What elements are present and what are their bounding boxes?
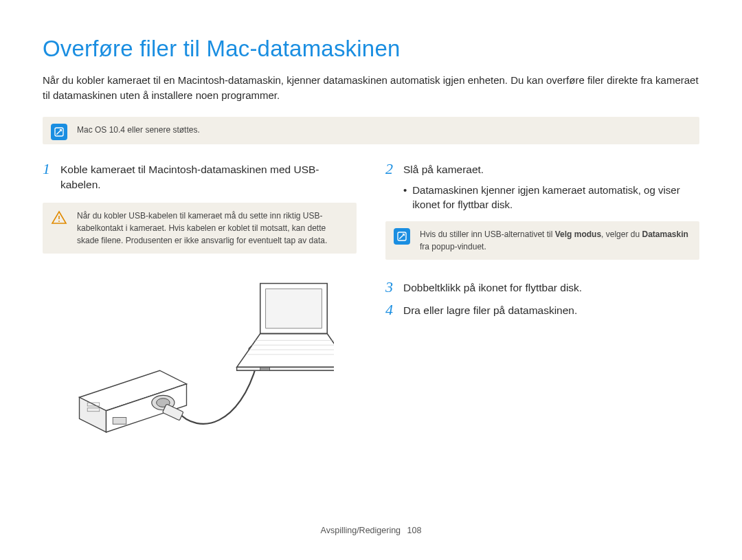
right-column: 2 Slå på kameraet. • Datamaskinen kjenne…	[385, 161, 699, 438]
step-2-bullet-text: Datamaskinen kjenner igjen kameraet auto…	[412, 183, 699, 212]
info-icon	[394, 228, 410, 245]
step-4-num: 4	[385, 302, 396, 317]
note-top-text: Mac OS 10.4 eller senere støttes.	[77, 124, 690, 136]
step-2-text: Slå på kameraet.	[403, 161, 484, 177]
step-4: 4 Dra eller lagre filer på datamaskinen.	[385, 302, 699, 318]
step-2-bullet: • Datamaskinen kjenner igjen kameraet au…	[403, 183, 699, 212]
connection-illustration	[43, 270, 357, 438]
note-top: Mac OS 10.4 eller senere støttes.	[43, 117, 699, 144]
footer-page-number: 108	[407, 526, 422, 535]
left-column: 1 Koble kameraet til Macintosh-datamaski…	[43, 161, 357, 438]
step-1-num: 1	[43, 161, 54, 177]
warning-box: Når du kobler USB-kabelen til kameraet m…	[43, 203, 357, 254]
step-2-num: 2	[385, 161, 396, 177]
step-3: 3 Dobbeltklikk på ikonet for flyttbar di…	[385, 279, 699, 295]
intro-text: Når du kobler kameraet til en Macintosh-…	[43, 73, 699, 103]
warning-icon	[51, 210, 67, 226]
page-footer: Avspilling/Redigering 108	[0, 525, 742, 537]
footer-label: Avspilling/Redigering	[321, 526, 401, 535]
svg-point-2	[58, 221, 60, 222]
note-right-text: Hvis du stiller inn USB-alternativet til…	[420, 228, 690, 253]
bullet-dot: •	[403, 183, 407, 212]
step-3-num: 3	[385, 279, 396, 295]
note-right: Hvis du stiller inn USB-alternativet til…	[385, 221, 699, 260]
svg-rect-16	[260, 367, 269, 370]
info-icon	[51, 124, 67, 140]
page-title: Overføre filer til Mac-datamaskinen	[43, 33, 699, 65]
step-3-text: Dobbeltklikk på ikonet for flyttbar disk…	[403, 279, 582, 295]
step-4-text: Dra eller lagre filer på datamaskinen.	[403, 302, 577, 318]
svg-rect-7	[113, 417, 126, 424]
step-2: 2 Slå på kameraet.	[385, 161, 699, 177]
warning-text: Når du kobler USB-kabelen til kameraet m…	[77, 210, 347, 247]
step-1: 1 Koble kameraet til Macintosh-datamaski…	[43, 161, 357, 193]
step-1-text: Koble kameraet til Macintosh-datamaskine…	[60, 161, 357, 193]
